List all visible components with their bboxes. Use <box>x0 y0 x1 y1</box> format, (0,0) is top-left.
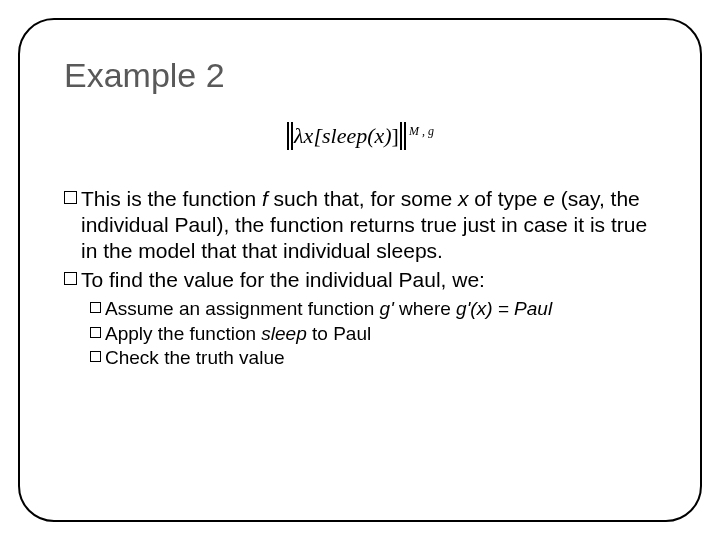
t: such that, for some <box>268 187 458 210</box>
slide-title: Example 2 <box>64 56 656 95</box>
t: to Paul <box>307 323 371 344</box>
double-bar-right-icon <box>400 122 406 150</box>
sub-bullet-3: Check the truth value <box>90 346 656 370</box>
formula-block: λx[sleep(x)]M , g <box>64 123 656 152</box>
sub-bullet-2: Apply the function sleep to Paul <box>90 322 656 346</box>
t: This is the function <box>81 187 262 210</box>
t: where <box>394 298 456 319</box>
content-block: This is the function f such that, for so… <box>64 186 656 370</box>
bullet-2-text: To find the value for the individual Pau… <box>81 267 656 293</box>
sub-2-text: Apply the function sleep to Paul <box>105 322 656 346</box>
t: g' <box>380 298 394 319</box>
slide-frame: Example 2 λx[sleep(x)]M , g This is the … <box>18 18 702 522</box>
t: x <box>458 187 469 210</box>
square-bullet-icon <box>64 272 77 285</box>
bullet-1-text: This is the function f such that, for so… <box>81 186 656 265</box>
sub-3-text: Check the truth value <box>105 346 656 370</box>
bullet-item-1: This is the function f such that, for so… <box>64 186 656 265</box>
sub-bullet-1: Assume an assignment function g' where g… <box>90 297 656 321</box>
double-bar-left-icon <box>287 122 293 150</box>
formula-var: (x) <box>367 123 391 148</box>
sub-1-text: Assume an assignment function g' where g… <box>105 297 656 321</box>
formula-suffix: ] <box>392 123 399 148</box>
square-bullet-icon <box>64 191 77 204</box>
formula-superscript: M , g <box>409 124 434 138</box>
bullet-item-2: To find the value for the individual Pau… <box>64 267 656 293</box>
square-bullet-icon <box>90 327 101 338</box>
square-bullet-icon <box>90 351 101 362</box>
t: sleep <box>261 323 306 344</box>
square-bullet-icon <box>90 302 101 313</box>
formula-prefix: λx[ <box>294 123 322 148</box>
t: of type <box>469 187 544 210</box>
sub-bullet-list: Assume an assignment function g' where g… <box>90 297 656 370</box>
formula-expression: λx[sleep(x)]M , g <box>286 123 434 148</box>
t: Apply the function <box>105 323 261 344</box>
formula-func: sleep <box>322 123 367 148</box>
t: e <box>543 187 555 210</box>
t: Assume an assignment function <box>105 298 380 319</box>
t: g'(x) = Paul <box>456 298 552 319</box>
